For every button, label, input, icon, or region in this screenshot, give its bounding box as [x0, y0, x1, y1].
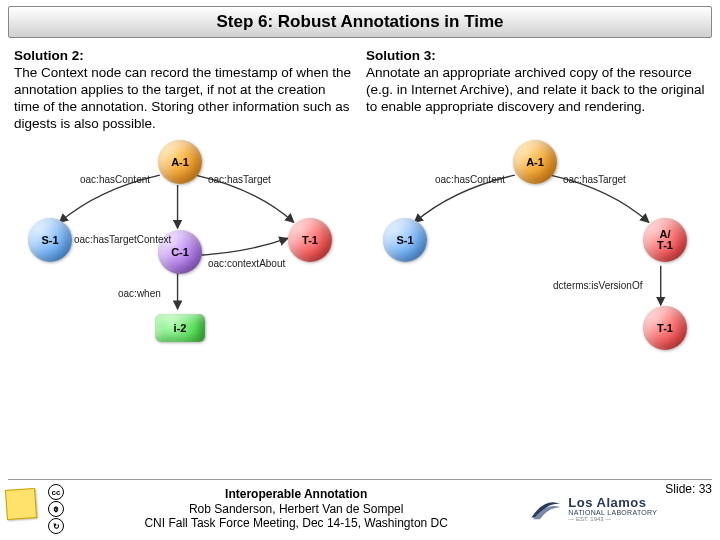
cc-license-icons: cc 🄯 ↻ — [48, 484, 64, 534]
edge-has-target: oac:hasTarget — [208, 174, 271, 185]
edge-has-content: oac:hasContent — [80, 174, 150, 185]
node-i2: i-2 — [155, 314, 205, 342]
node-a1-r: A-1 — [513, 140, 557, 184]
edge-has-content-r: oac:hasContent — [435, 174, 505, 185]
node-t1: T-1 — [288, 218, 332, 262]
edge-context-about: oac:contextAbout — [208, 258, 285, 269]
footer: cc 🄯 ↻ Interoperable Annotation Rob Sand… — [8, 479, 712, 534]
footer-title: Interoperable Annotation — [64, 487, 528, 501]
diagram-row: A-1 S-1 T-1 C-1 i-2 oac:hasContent oac:h… — [0, 132, 720, 368]
node-t1-r: T-1 — [643, 306, 687, 350]
diagram-left: A-1 S-1 T-1 C-1 i-2 oac:hasContent oac:h… — [10, 138, 355, 368]
node-s1: S-1 — [28, 218, 72, 262]
edge-is-version-of: dcterms:isVersionOf — [553, 280, 642, 291]
diagram-right: A-1 S-1 A/ T-1 T-1 oac:hasContent oac:ha… — [365, 138, 710, 368]
node-a1: A-1 — [158, 140, 202, 184]
footer-venue: CNI Fall Task Force Meeting, Dec 14-15, … — [64, 516, 528, 530]
node-at1: A/ T-1 — [643, 218, 687, 262]
solution-3-heading: Solution 3: — [366, 48, 706, 65]
solution-2-body: The Context node can record the timestam… — [14, 65, 351, 131]
sticky-note-icon — [6, 489, 46, 529]
cc-icon: cc — [48, 484, 64, 500]
node-s1-r: S-1 — [383, 218, 427, 262]
lanl-swoosh-icon — [528, 492, 562, 526]
solution-3-body: Annotate an appropriate archived copy of… — [366, 65, 704, 114]
solution-2-heading: Solution 2: — [14, 48, 354, 65]
edge-has-target-context: oac:hasTargetContext — [74, 234, 171, 245]
by-icon: 🄯 — [48, 501, 64, 517]
lanl-text: Los Alamos NATIONAL LABORATORY — EST. 19… — [568, 496, 657, 522]
lanl-est: — EST. 1943 — — [568, 516, 657, 522]
solution-3: Solution 3: Annotate an appropriate arch… — [366, 48, 706, 132]
slide-number: Slide: 33 — [665, 482, 712, 496]
footer-authors: Rob Sanderson, Herbert Van de Sompel — [64, 502, 528, 516]
lanl-subtitle: NATIONAL LABORATORY — [568, 509, 657, 516]
edge-when: oac:when — [118, 288, 161, 299]
text-columns: Solution 2: The Context node can record … — [0, 38, 720, 132]
edge-has-target-r: oac:hasTarget — [563, 174, 626, 185]
solution-2: Solution 2: The Context node can record … — [14, 48, 354, 132]
lanl-logo: Los Alamos NATIONAL LABORATORY — EST. 19… — [528, 492, 657, 526]
sa-icon: ↻ — [48, 518, 64, 534]
footer-text: Interoperable Annotation Rob Sanderson, … — [64, 487, 528, 530]
slide-title: Step 6: Robust Annotations in Time — [8, 6, 712, 38]
lanl-name: Los Alamos — [568, 496, 657, 509]
